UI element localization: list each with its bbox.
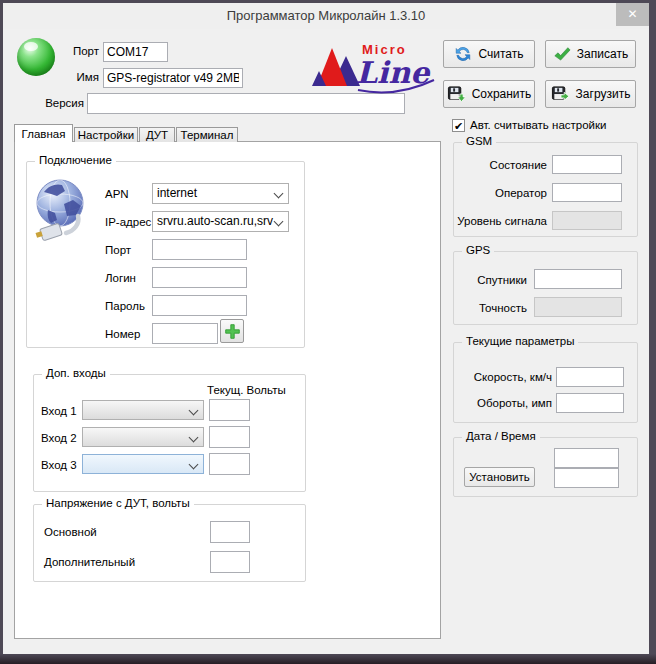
connection-group: Подключение APN internet IP-адр [26, 161, 305, 348]
gps-group: GPS Спутники Точность [453, 251, 638, 325]
window-title: Программатор Микролайн 1.3.10 [3, 3, 649, 29]
tab-page-main: Подключение APN internet IP-адр [14, 141, 441, 639]
microline-logo: Micro Line [310, 38, 442, 98]
save-floppy-icon [447, 85, 466, 104]
time-field[interactable] [554, 468, 619, 488]
window-border-left [0, 0, 3, 664]
write-button[interactable]: Записать [545, 40, 636, 68]
save-button-label: Сохранить [472, 87, 532, 101]
input2-volts-field[interactable] [209, 426, 250, 448]
conn-port-input[interactable] [152, 239, 247, 260]
auto-read-checkbox[interactable]: ✔ [452, 119, 465, 132]
gsm-state-label: Состояние [490, 159, 547, 171]
gps-satellites-field[interactable] [534, 269, 622, 289]
write-button-label: Записать [577, 47, 628, 61]
password-label: Пароль [105, 300, 145, 312]
tab-dut[interactable]: ДУТ [139, 127, 175, 142]
port-label: Порт [73, 45, 99, 57]
gsm-signal-field [552, 211, 622, 230]
login-input[interactable] [152, 267, 247, 288]
login-label: Логин [105, 272, 136, 284]
apn-value: internet [157, 186, 197, 200]
fuel-aux-label: Дополнительный [44, 556, 135, 568]
input3-volts-field[interactable] [209, 453, 250, 475]
window-border-right [649, 0, 656, 664]
close-button[interactable]: ✕ [616, 3, 649, 26]
tab-terminal[interactable]: Терминал [176, 127, 238, 142]
ip-label: IP-адрес [105, 216, 151, 228]
rpm-label: Обороты, имп [477, 397, 552, 409]
gsm-signal-label: Уровень сигнала [457, 215, 547, 227]
conn-port-label: Порт [105, 244, 131, 256]
datetime-group-title: Дата / Время [462, 430, 540, 442]
chevron-down-icon [274, 189, 284, 199]
rpm-field[interactable] [556, 393, 624, 413]
chevron-down-icon [189, 406, 199, 416]
read-button[interactable]: Считать [443, 40, 535, 68]
gsm-operator-field[interactable] [552, 183, 622, 202]
name-input[interactable] [103, 68, 243, 88]
date-field[interactable] [554, 448, 619, 468]
add-number-button[interactable] [220, 319, 244, 343]
fuel-main-field[interactable] [210, 521, 250, 543]
app-window: Программатор Микролайн 1.3.10 ✕ Порт Имя… [0, 0, 656, 664]
current-params-group-title: Текущие параметры [462, 335, 578, 347]
input2-label: Вход 2 [41, 432, 77, 444]
input1-label: Вход 1 [41, 405, 77, 417]
gps-satellites-label: Спутники [477, 274, 527, 286]
connection-status-indicator [17, 38, 55, 76]
datetime-group: Дата / Время Установить [453, 437, 638, 497]
tab-settings[interactable]: Настройки [74, 127, 138, 142]
aux-inputs-group-title: Доп. входы [42, 367, 110, 379]
window-border-top [0, 0, 656, 3]
tab-main[interactable]: Главная [14, 124, 73, 142]
number-label: Номер [105, 328, 140, 340]
apn-combobox[interactable]: internet [152, 183, 289, 204]
checkmark-icon [553, 45, 571, 63]
chevron-down-icon [274, 217, 284, 227]
chevron-down-icon [189, 460, 199, 470]
input2-combobox[interactable] [82, 427, 204, 447]
current-params-group: Текущие параметры Скорость, км/ч Обороты… [453, 342, 638, 423]
version-label: Версия [45, 97, 84, 109]
name-label: Имя [77, 71, 99, 83]
input3-label: Вход 3 [41, 459, 77, 471]
ip-combobox[interactable]: srvru.auto-scan.ru,srv [152, 211, 289, 232]
chevron-down-icon [189, 433, 199, 443]
fuel-main-label: Основной [44, 526, 97, 538]
set-datetime-button-label: Установить [469, 471, 529, 483]
fuel-voltage-group: Напряжение с ДУТ, вольты Основной Дополн… [33, 504, 306, 582]
ip-value: srvru.auto-scan.ru,srv [157, 214, 273, 228]
window-border-bottom [0, 654, 656, 664]
input3-combobox[interactable] [82, 454, 204, 474]
number-input[interactable] [152, 323, 218, 344]
load-button[interactable]: Загрузить [545, 80, 636, 108]
gsm-group-title: GSM [462, 135, 496, 147]
input1-volts-field[interactable] [209, 399, 250, 421]
gps-accuracy-label: Точность [479, 302, 527, 314]
read-button-label: Считать [478, 47, 523, 61]
save-button[interactable]: Сохранить [443, 80, 535, 108]
load-button-label: Загрузить [576, 87, 631, 101]
port-input[interactable] [103, 42, 168, 62]
speed-field[interactable] [556, 367, 624, 387]
fuel-voltage-group-title: Напряжение с ДУТ, вольты [42, 497, 194, 509]
check-icon: ✔ [454, 120, 463, 132]
set-datetime-button[interactable]: Установить [464, 467, 535, 487]
current-volts-header: Текущ. Вольты [207, 384, 286, 396]
speed-label: Скорость, км/ч [474, 371, 552, 383]
gsm-group: GSM Состояние Оператор Уровень сигнала [453, 142, 638, 237]
fuel-aux-field[interactable] [210, 551, 250, 573]
connection-group-title: Подключение [35, 154, 116, 166]
titlebar: Программатор Микролайн 1.3.10 [3, 3, 649, 29]
input1-combobox[interactable] [82, 400, 204, 420]
close-icon: ✕ [627, 7, 637, 21]
gps-group-title: GPS [462, 244, 494, 256]
gsm-operator-label: Оператор [495, 187, 547, 199]
sync-icon [454, 45, 472, 63]
apn-label: APN [105, 188, 129, 200]
plus-icon [224, 323, 241, 340]
gsm-state-field[interactable] [552, 155, 622, 174]
password-input[interactable] [152, 295, 247, 316]
load-floppy-icon [551, 85, 570, 104]
